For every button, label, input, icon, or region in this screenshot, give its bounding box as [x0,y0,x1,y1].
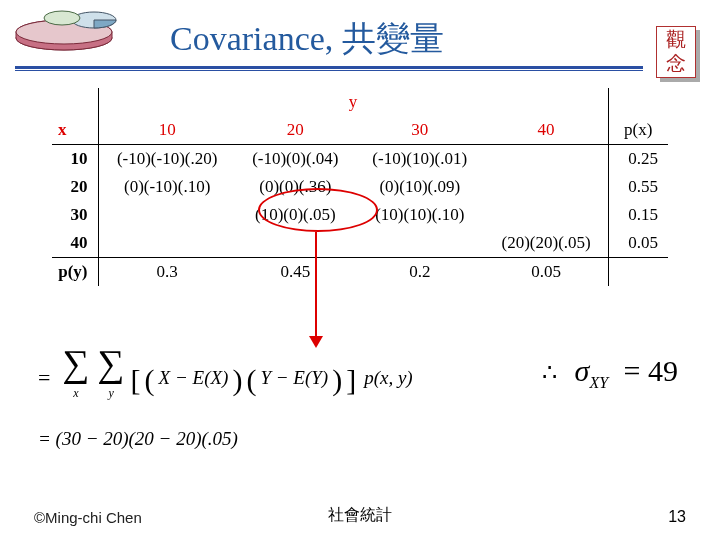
py-3: 0.05 [485,258,608,287]
therefore-icon: ∴ [542,360,557,386]
y-val-2: 30 [355,116,485,145]
px-3: 0.05 [608,229,668,258]
covariance-table: y x 10 20 30 40 p(x) 10 (-10)(-10)(.20) … [52,88,668,286]
slide-title: Covariance, 共變量 [170,16,444,62]
py-1: 0.45 [236,258,355,287]
concept-line2: 念 [657,51,695,75]
arrow-stem [315,232,317,340]
formula-line-1: = ∑x ∑y [ ( X − E(X) ) ( Y − E(Y) ) ] p(… [38,346,413,410]
svg-point-3 [44,11,80,25]
concept-line1: 觀 [657,27,695,51]
term-pxy: p(x, y) [364,367,413,389]
title-underline [15,66,643,69]
x-axis-label: x [52,116,98,145]
x-row-3: 40 [52,229,98,258]
py-0: 0.3 [98,258,236,287]
cell-3-1 [236,229,355,258]
cell-3-3: (20)(20)(.05) [485,229,608,258]
cell-3-0 [98,229,236,258]
term-y: Y − E(Y) [260,367,328,389]
cell-2-2: (10)(10)(.10) [355,201,485,229]
y-val-3: 40 [485,116,608,145]
formula-line-2: = (30 − 20)(20 − 20)(.05) [38,428,413,450]
y-axis-label: y [98,88,608,116]
sigma-sum-x-icon: ∑x [62,346,89,410]
px-1: 0.55 [608,173,668,201]
cell-2-3 [485,201,608,229]
cell-0-3 [485,145,608,174]
py-header: p(y) [52,258,98,287]
px-2: 0.15 [608,201,668,229]
px-header: p(x) [608,116,668,145]
sigma-sum-y-icon: ∑y [98,346,125,410]
cell-1-0: (0)(-10)(.10) [98,173,236,201]
footer-page-number: 13 [668,508,686,526]
x-row-0: 10 [52,145,98,174]
formula-block: = ∑x ∑y [ ( X − E(X) ) ( Y − E(Y) ) ] p(… [38,346,413,450]
concept-badge: 觀 念 [656,26,700,82]
cell-1-2: (0)(10)(.09) [355,173,485,201]
footer-course: 社會統計 [0,505,720,526]
cell-0-0: (-10)(-10)(.20) [98,145,236,174]
cell-3-2 [355,229,485,258]
x-row-1: 20 [52,173,98,201]
cell-0-2: (-10)(10)(.01) [355,145,485,174]
y-val-1: 20 [236,116,355,145]
logo-pie-chart [12,8,142,54]
x-row-2: 30 [52,201,98,229]
title-underline-thin [15,70,643,71]
term-x: X − E(X) [159,367,229,389]
cell-0-1: (-10)(0)(.04) [236,145,355,174]
cell-1-3 [485,173,608,201]
cell-2-1: (10)(0)(.05) [236,201,355,229]
py-2: 0.2 [355,258,485,287]
cell-1-1: (0)(0)(.36) [236,173,355,201]
px-0: 0.25 [608,145,668,174]
cell-2-0 [98,201,236,229]
y-val-0: 10 [98,116,236,145]
slide: Covariance, 共變量 觀 念 y x 10 20 30 40 p(x)… [0,0,720,540]
result-covariance: ∴ σXY = 49 [542,354,678,392]
